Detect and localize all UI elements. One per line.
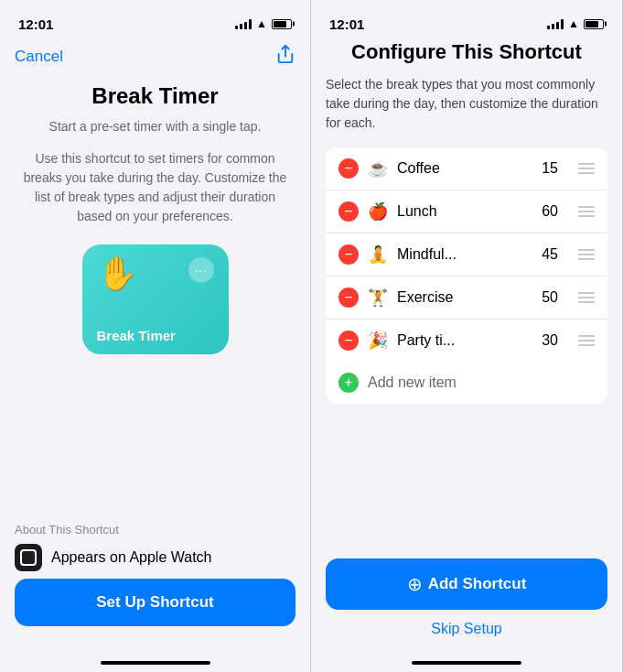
add-new-item-row[interactable]: + Add new item bbox=[326, 362, 607, 404]
list-item: − 🎉 Party ti... 30 bbox=[326, 320, 607, 362]
shortcut-subtitle: Start a pre-set timer with a single tap. bbox=[22, 118, 288, 136]
remove-item-button[interactable]: − bbox=[338, 244, 359, 265]
remove-item-button[interactable]: − bbox=[338, 158, 359, 179]
status-bar-left: 12:01 ▲ bbox=[0, 0, 310, 40]
time-right: 12:01 bbox=[329, 16, 364, 32]
list-item: − ☕ Coffee 15 bbox=[326, 147, 607, 190]
icon-top-row: ✋ ··· bbox=[97, 257, 214, 290]
item-duration: 50 bbox=[542, 289, 558, 306]
item-emoji: 🎉 bbox=[368, 331, 388, 351]
signal-icon bbox=[235, 18, 252, 29]
shortcut-title: Break Timer bbox=[22, 83, 288, 109]
item-duration: 15 bbox=[542, 160, 558, 177]
drag-handle[interactable] bbox=[578, 206, 595, 217]
drag-handle[interactable] bbox=[578, 335, 595, 346]
dots-button[interactable]: ··· bbox=[188, 257, 214, 283]
right-phone: 12:01 ▲ Configure This Shortcut Select t… bbox=[311, 0, 622, 672]
skip-setup-button[interactable]: Skip Setup bbox=[326, 621, 607, 637]
hand-icon: ✋ bbox=[97, 257, 138, 290]
item-name: Party ti... bbox=[397, 332, 532, 349]
item-emoji: 🏋️ bbox=[368, 287, 388, 308]
about-title: About This Shortcut bbox=[15, 523, 295, 537]
list-item: − 🏋️ Exercise 50 bbox=[326, 276, 607, 320]
add-shortcut-plus-icon: ⊕ bbox=[407, 573, 423, 595]
remove-item-button[interactable]: − bbox=[338, 287, 359, 308]
wifi-icon-right: ▲ bbox=[568, 17, 579, 30]
drag-handle[interactable] bbox=[578, 292, 595, 303]
about-row: Appears on Apple Watch bbox=[15, 544, 295, 571]
setup-shortcut-button[interactable]: Set Up Shortcut bbox=[15, 579, 295, 626]
drag-handle[interactable] bbox=[578, 249, 595, 260]
status-bar-right: 12:01 ▲ bbox=[311, 0, 622, 40]
config-description: Select the break types that you most com… bbox=[326, 75, 607, 133]
battery-icon bbox=[272, 19, 292, 29]
share-button[interactable] bbox=[275, 44, 295, 69]
item-name: Coffee bbox=[397, 160, 532, 177]
items-list: − ☕ Coffee 15 − 🍎 Lunch 60 − 🧘 Mindful..… bbox=[326, 147, 607, 404]
add-shortcut-button[interactable]: ⊕ Add Shortcut bbox=[326, 558, 607, 610]
cancel-button[interactable]: Cancel bbox=[15, 48, 63, 66]
item-emoji: 🍎 bbox=[368, 201, 388, 222]
add-new-item-label: Add new item bbox=[368, 374, 457, 391]
shortcut-icon-box: ✋ ··· Break Timer bbox=[82, 244, 229, 354]
item-emoji: ☕ bbox=[368, 158, 388, 179]
item-duration: 45 bbox=[542, 246, 558, 263]
item-duration: 30 bbox=[542, 332, 558, 349]
right-content: Configure This Shortcut Select the break… bbox=[311, 40, 622, 404]
remove-item-button[interactable]: − bbox=[338, 201, 359, 222]
appears-on-watch: Appears on Apple Watch bbox=[51, 549, 212, 566]
list-item: − 🍎 Lunch 60 bbox=[326, 190, 607, 233]
apple-watch-icon bbox=[15, 544, 42, 571]
battery-icon-right bbox=[584, 19, 604, 29]
item-name: Lunch bbox=[397, 203, 532, 220]
status-icons-right: ▲ bbox=[547, 17, 604, 30]
home-indicator-left bbox=[101, 661, 210, 665]
wifi-icon: ▲ bbox=[256, 17, 267, 30]
icon-label: Break Timer bbox=[97, 328, 214, 343]
add-new-item-button[interactable]: + bbox=[338, 373, 359, 393]
signal-icon-right bbox=[547, 18, 564, 29]
time-left: 12:01 bbox=[18, 16, 53, 32]
about-section: About This Shortcut Appears on Apple Wat… bbox=[15, 523, 295, 571]
left-header: Cancel bbox=[0, 40, 310, 76]
drag-handle[interactable] bbox=[578, 163, 595, 174]
left-phone: 12:01 ▲ Cancel bbox=[0, 0, 311, 672]
item-emoji: 🧘 bbox=[368, 244, 388, 265]
item-name: Mindful... bbox=[397, 246, 532, 263]
add-shortcut-label: Add Shortcut bbox=[428, 575, 527, 593]
config-title: Configure This Shortcut bbox=[326, 40, 607, 64]
bottom-buttons: ⊕ Add Shortcut Skip Setup bbox=[326, 558, 607, 637]
shortcut-icon-container: ✋ ··· Break Timer bbox=[22, 244, 288, 354]
remove-item-button[interactable]: − bbox=[338, 331, 359, 351]
shortcut-description: Use this shortcut to set timers for comm… bbox=[22, 149, 288, 226]
item-duration: 60 bbox=[542, 203, 558, 220]
status-icons-left: ▲ bbox=[235, 17, 292, 30]
home-indicator-right bbox=[412, 661, 521, 665]
left-content: Break Timer Start a pre-set timer with a… bbox=[0, 76, 310, 354]
item-name: Exercise bbox=[397, 289, 532, 306]
list-item: − 🧘 Mindful... 45 bbox=[326, 233, 607, 276]
